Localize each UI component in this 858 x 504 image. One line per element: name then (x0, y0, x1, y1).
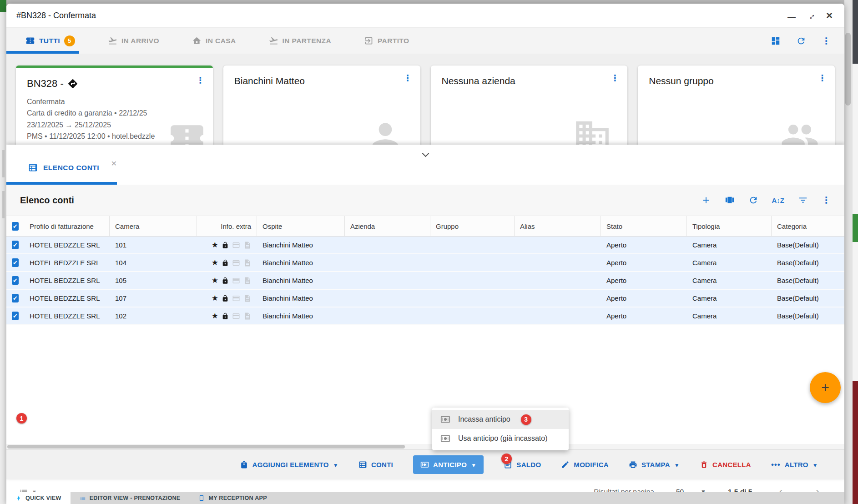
printer-icon (629, 460, 637, 469)
col-ospite[interactable]: Ospite (257, 216, 345, 236)
lock-icon (222, 259, 229, 267)
maximize-icon[interactable]: ↔ (805, 10, 817, 22)
guest-card[interactable]: Bianchini Matteo ⋮ (223, 66, 420, 145)
row-select-cell: ✔ (6, 276, 24, 285)
cancella-button[interactable]: CANCELLA (700, 460, 751, 469)
cell-info-extra: ★ (197, 312, 257, 320)
cell-tipologia: Camera (687, 294, 772, 302)
col-camera[interactable]: Camera (110, 216, 197, 236)
col-azienda[interactable]: Azienda (345, 216, 430, 236)
panel-heading-row: Elenco conti A↕Z ⋮ (6, 185, 844, 216)
modifica-button[interactable]: MODIFICA (561, 460, 609, 469)
tab-in-partenza[interactable]: IN PARTENZA (269, 36, 331, 45)
cell-camera: 102 (110, 312, 197, 320)
person-icon (366, 116, 405, 145)
row-select-cell: ✔ (6, 258, 24, 267)
minimize-icon[interactable]: — (787, 13, 796, 21)
credit-card-icon (232, 312, 240, 320)
screen: #BN328 - Confermata — ↔ × TUTTI 5 IN ARR… (0, 0, 858, 504)
cell-ospite: Bianchini Matteo (257, 277, 345, 284)
filter-icon[interactable] (798, 195, 808, 205)
vertical-scrollbar[interactable] (845, 33, 851, 106)
cell-stato: Aperto (601, 277, 687, 284)
stampa-button[interactable]: STAMPA ▼ (629, 460, 680, 469)
card-kebab-icon[interactable]: ⋮ (404, 73, 412, 83)
carousel-icon[interactable] (725, 195, 735, 205)
close-tab-icon[interactable]: × (111, 158, 116, 168)
col-stato[interactable]: Stato (601, 216, 687, 236)
aggiungi-elemento-button[interactable]: AGGIUNGI ELEMENTO ▼ (240, 460, 338, 469)
row-checkbox[interactable]: ✔ (12, 258, 19, 267)
conti-button[interactable]: CONTI (358, 460, 393, 469)
table-row[interactable]: ✔ HOTEL BEDZZLE SRL 102 ★ Bianchini Matt… (6, 307, 844, 325)
cell-ospite: Bianchini Matteo (257, 241, 345, 249)
menu-item-usa-anticipo[interactable]: Usa anticipo (già incassato) (432, 429, 569, 448)
quick-view-tab[interactable]: QUICK VIEW (6, 492, 71, 504)
cell-info-extra: ★ (197, 259, 257, 267)
col-tipologia[interactable]: Tipologia (687, 216, 772, 236)
tab-in-casa[interactable]: IN CASA (192, 36, 236, 45)
row-checkbox[interactable]: ✔ (12, 241, 19, 249)
cell-stato: Aperto (601, 312, 687, 320)
refresh-icon[interactable] (748, 195, 758, 205)
row-checkbox[interactable]: ✔ (12, 276, 19, 285)
col-alias[interactable]: Alias (515, 216, 601, 236)
group-card-title: Nessun gruppo (649, 76, 824, 86)
kebab-icon[interactable]: ⋮ (822, 36, 831, 45)
reservation-card-title: BN328 - (27, 78, 202, 90)
col-gruppo[interactable]: Gruppo (430, 216, 515, 236)
group-card[interactable]: Nessun gruppo ⋮ (638, 66, 835, 145)
chevron-down-icon: ▼ (813, 462, 818, 469)
cell-stato: Aperto (601, 294, 687, 302)
add-icon[interactable] (701, 195, 711, 205)
table-row[interactable]: ✔ HOTEL BEDZZLE SRL 107 ★ Bianchini Matt… (6, 290, 844, 307)
background-app-right-edge (844, 0, 858, 504)
panel-tab-label: ELENCO CONTI (43, 163, 99, 172)
anticipo-button[interactable]: ANTICIPO ▼ (413, 455, 484, 474)
kebab-icon[interactable]: ⋮ (822, 196, 831, 205)
select-all-cell: ✔ (6, 216, 24, 236)
cell-profilo: HOTEL BEDZZLE SRL (24, 241, 110, 249)
editor-view-tab[interactable]: EDITOR VIEW - PRENOTAZIONE (71, 492, 190, 504)
cell-camera: 107 (110, 294, 197, 302)
col-info-extra[interactable]: Info. extra (197, 216, 257, 236)
row-checkbox[interactable]: ✔ (12, 312, 19, 320)
row-checkbox[interactable]: ✔ (12, 294, 19, 302)
col-categoria[interactable]: Categoria (772, 216, 844, 236)
horizontal-scrollbar-thumb[interactable] (7, 445, 405, 449)
table-row[interactable]: ✔ HOTEL BEDZZLE SRL 104 ★ Bianchini Matt… (6, 254, 844, 272)
sort-az-icon[interactable]: A↕Z (772, 197, 785, 204)
invoice-icon (243, 241, 252, 249)
my-reception-app-tab[interactable]: MY RECEPTION APP (189, 492, 276, 504)
select-all-checkbox[interactable]: ✔ (12, 222, 19, 231)
add-fab-button[interactable]: + (810, 372, 841, 403)
tab-tutti[interactable]: TUTTI 5 (25, 35, 75, 46)
card-kebab-icon[interactable]: ⋮ (196, 75, 205, 86)
tab-in-arrivo[interactable]: IN ARRIVO (108, 36, 159, 45)
card-kebab-icon[interactable]: ⋮ (818, 73, 827, 83)
company-card[interactable]: Nessuna azienda ⋮ (431, 66, 628, 145)
table-row[interactable]: ✔ HOTEL BEDZZLE SRL 105 ★ Bianchini Matt… (6, 272, 844, 290)
col-profilo[interactable]: Profilo di fatturazione (24, 216, 110, 236)
reservation-card[interactable]: BN328 - ⋮ Confermata Carta di credito a … (16, 66, 213, 145)
tab-partito[interactable]: PARTITO (364, 36, 409, 45)
menu-item-incassa-anticipo[interactable]: Incassa anticipo 3 (432, 410, 569, 429)
invoice-icon (243, 294, 252, 302)
star-icon: ★ (212, 241, 218, 249)
refresh-icon[interactable] (796, 36, 806, 46)
table-row[interactable]: ✔ HOTEL BEDZZLE SRL 101 ★ Bianchini Matt… (6, 237, 844, 254)
invoice-icon (243, 277, 252, 285)
lock-icon (222, 242, 229, 249)
guest-card-title: Bianchini Matteo (234, 76, 409, 86)
dashboard-icon[interactable] (771, 36, 781, 46)
tab-elenco-conti[interactable]: ELENCO CONTI × (28, 163, 116, 172)
annotation-badge-3: 3 (521, 414, 531, 425)
row-select-cell: ✔ (6, 294, 24, 302)
credit-card-icon (232, 241, 240, 249)
background-app-left-edge (0, 0, 6, 504)
cell-info-extra: ★ (197, 277, 257, 285)
star-icon: ★ (212, 294, 218, 302)
card-kebab-icon[interactable]: ⋮ (611, 73, 619, 83)
altro-button[interactable]: ••• ALTRO ▼ (771, 460, 818, 469)
close-icon[interactable]: × (826, 10, 833, 21)
